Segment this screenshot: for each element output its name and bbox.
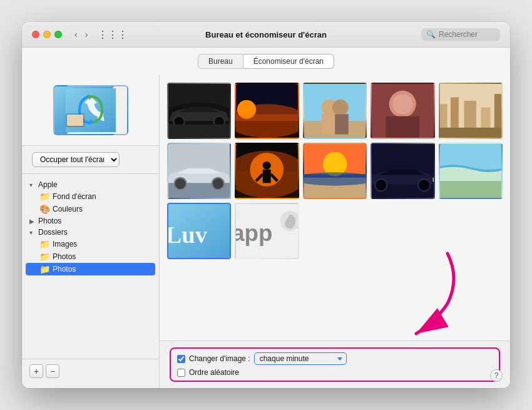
sidebar-item-images[interactable]: 📁 Images <box>22 238 159 250</box>
sidebar-tree: ▾ Apple 📁 Fond d'écran 🎨 Couleurs ▶ Phot… <box>22 174 159 359</box>
screen-fill-select[interactable]: Occuper tout l'écran Centrer Étirer Mosa… <box>32 152 120 167</box>
main-window: ‹ › ⋮⋮⋮ Bureau et économiseur d'écran 🔍 … <box>22 22 510 388</box>
photo-thumb-10[interactable] <box>439 143 503 199</box>
svg-point-51 <box>375 179 387 191</box>
close-button[interactable] <box>32 31 39 38</box>
sidebar-item-couleurs-label: Couleurs <box>53 205 83 213</box>
change-image-checkbox[interactable] <box>177 355 185 363</box>
maximize-button[interactable] <box>54 31 62 38</box>
photo-thumb-4[interactable] <box>371 83 434 139</box>
svg-rect-15 <box>236 114 297 121</box>
svg-rect-20 <box>321 114 335 134</box>
remove-button[interactable]: − <box>46 364 59 378</box>
photo-thumb-5[interactable] <box>439 83 503 139</box>
photo-thumb-8[interactable] <box>303 143 367 199</box>
random-order-label: Ordre aléatoire <box>189 368 239 377</box>
folder-photos3-icon: 📁 <box>39 264 50 274</box>
toggle-apple-icon: ▾ <box>29 182 36 188</box>
window-title: Bureau et économiseur d'écran <box>205 30 327 39</box>
photo-thumb-3[interactable] <box>303 83 367 139</box>
svg-rect-21 <box>335 114 349 134</box>
svg-point-41 <box>263 161 271 170</box>
titlebar: ‹ › ⋮⋮⋮ Bureau et économiseur d'écran 🔍 <box>22 22 510 48</box>
controls-highlight-box: Changer d'image : chaque minute toutes l… <box>170 347 500 382</box>
svg-point-25 <box>392 94 412 114</box>
random-order-row: Ordre aléatoire <box>177 368 493 377</box>
search-input[interactable] <box>439 30 495 39</box>
svg-rect-56 <box>440 181 501 198</box>
toggle-dossiers-icon: ▾ <box>29 229 36 236</box>
minimize-button[interactable] <box>43 31 51 38</box>
sidebar-item-fond-label: Fond d'écran <box>53 192 96 201</box>
photo-thumb-11[interactable]: Luv <box>167 203 231 259</box>
photo-thumb-1[interactable] <box>167 83 231 139</box>
sidebar-item-photos[interactable]: ▶ Photos <box>22 215 159 227</box>
tabs-bar: Bureau Économiseur d'écran <box>22 48 510 75</box>
svg-text:Luv: Luv <box>168 222 208 248</box>
svg-point-19 <box>332 100 349 116</box>
svg-rect-53 <box>433 178 434 182</box>
sidebar-item-dossiers[interactable]: ▾ Dossiers <box>22 227 159 238</box>
nav-buttons: ‹ › <box>72 28 90 41</box>
sidebar-item-apple[interactable]: ▾ Apple <box>22 179 159 190</box>
forward-button[interactable]: › <box>83 28 91 41</box>
traffic-lights <box>32 31 62 38</box>
sidebar-item-photos3[interactable]: 📁 Photos <box>26 263 155 275</box>
svg-rect-42 <box>263 170 271 183</box>
sidebar-item-dossiers-label: Dossiers <box>38 228 68 237</box>
sidebar-item-photos3-label: Photos <box>53 265 76 274</box>
photo-thumb-2[interactable] <box>235 83 299 139</box>
folder-photos2-icon: 📁 <box>39 252 50 262</box>
image-grid: Luv app <box>160 75 510 341</box>
preview-icon <box>66 88 116 132</box>
folder-images-icon: 📁 <box>39 239 50 249</box>
tab-bureau[interactable]: Bureau <box>198 54 243 69</box>
svg-point-49 <box>304 172 366 186</box>
photo-thumb-12[interactable]: app <box>235 203 299 259</box>
interval-select[interactable]: chaque minute toutes les 5 minutes toute… <box>254 352 347 365</box>
preview-image <box>53 85 128 135</box>
change-image-row: Changer d'image : chaque minute toutes l… <box>177 352 493 365</box>
change-image-label: Changer d'image : <box>189 354 250 363</box>
sidebar: Occuper tout l'écran Centrer Étirer Mosa… <box>22 75 160 388</box>
sidebar-item-couleurs[interactable]: 🎨 Couleurs <box>22 203 159 215</box>
photo-thumb-7[interactable] <box>235 143 299 199</box>
sidebar-item-photos2[interactable]: 📁 Photos <box>22 250 159 263</box>
sidebar-item-fond-decran[interactable]: 📁 Fond d'écran <box>22 190 159 203</box>
back-button[interactable]: ‹ <box>72 28 80 41</box>
sidebar-item-apple-label: Apple <box>38 180 58 189</box>
svg-point-36 <box>212 178 224 190</box>
content-area: Occuper tout l'écran Centrer Étirer Mosa… <box>22 75 510 388</box>
folder-fond-icon: 📁 <box>39 192 50 202</box>
preview-area <box>22 75 159 146</box>
grid-icon: ⋮⋮⋮ <box>98 29 128 41</box>
dropdown-row: Occuper tout l'écran Centrer Étirer Mosa… <box>22 146 159 174</box>
sidebar-item-images-label: Images <box>53 240 77 249</box>
search-box: 🔍 <box>421 28 500 41</box>
sidebar-item-photos-label: Photos <box>38 217 61 225</box>
svg-rect-4 <box>67 115 83 126</box>
svg-point-52 <box>418 179 430 191</box>
svg-text:app: app <box>236 220 272 246</box>
photo-thumb-6[interactable] <box>167 143 231 199</box>
sidebar-item-photos2-label: Photos <box>53 252 76 261</box>
toggle-photos-icon: ▶ <box>29 218 36 225</box>
folder-couleurs-icon: 🎨 <box>39 204 50 214</box>
svg-rect-10 <box>168 125 230 138</box>
svg-rect-24 <box>386 116 420 138</box>
photo-thumb-9[interactable] <box>371 143 434 199</box>
add-button[interactable]: + <box>29 364 43 378</box>
svg-rect-32 <box>440 128 501 138</box>
tab-economiseur[interactable]: Économiseur d'écran <box>243 54 334 69</box>
svg-point-35 <box>174 178 186 190</box>
sidebar-footer: + − <box>22 359 159 383</box>
random-order-checkbox[interactable] <box>177 369 185 377</box>
search-icon: 🔍 <box>426 30 436 39</box>
main-panel: Luv app <box>160 75 510 388</box>
help-button[interactable]: ? <box>490 369 503 382</box>
bottom-controls: Changer d'image : chaque minute toutes l… <box>160 341 510 388</box>
